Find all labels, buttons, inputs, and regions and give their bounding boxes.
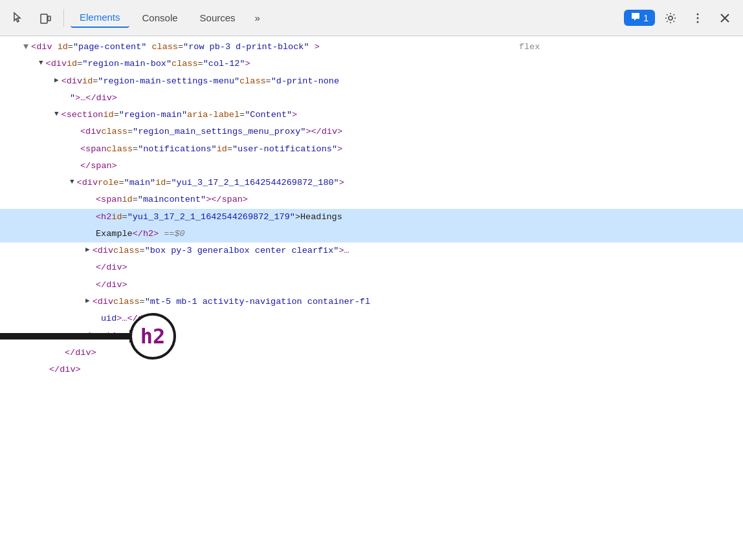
xml-line-div-close-4: </div> — [0, 361, 743, 378]
tab-elements[interactable]: Elements — [71, 8, 129, 28]
triangle-activity-nav[interactable] — [85, 295, 90, 307]
triangle-section[interactable] — [54, 108, 59, 120]
settings-btn[interactable] — [659, 6, 682, 30]
badge-count: 1 — [643, 13, 649, 23]
svg-point-4 — [697, 17, 699, 19]
xml-line-div-main: <div role="main" id="yui_3_17_2_1_164254… — [0, 175, 743, 191]
svg-rect-0 — [41, 14, 47, 23]
tab-console[interactable]: Console — [133, 8, 187, 27]
xml-line-settings-close: ">…</div> — [0, 90, 743, 107]
elements-panel: ▼ <div id="page-content" class="row pb-3… — [0, 36, 743, 560]
xml-line-top: ▼ <div id="page-content" class="row pb-3… — [0, 39, 743, 56]
menu-btn[interactable] — [686, 6, 709, 30]
xml-line-div-close-3: </div> — [0, 345, 743, 361]
toolbar-divider — [63, 9, 64, 27]
devtools-toolbar: Elements Console Sources » 1 — [0, 0, 743, 36]
xml-line-div-close-2: </div> — [0, 277, 743, 294]
close-btn[interactable] — [713, 6, 737, 30]
svg-point-2 — [669, 16, 672, 20]
xml-line-notifications: <span class="notifications" id="user-not… — [0, 141, 743, 158]
tab-sources[interactable]: Sources — [191, 8, 245, 27]
xml-line-div-close-1: </div> — [0, 259, 743, 276]
more-tabs-btn[interactable]: » — [249, 8, 267, 27]
xml-line-section-close: </section> — [0, 328, 743, 345]
svg-rect-1 — [48, 16, 50, 21]
device-toggle-btn[interactable] — [34, 6, 57, 30]
xml-line-section-region-main: <section id="region-main" aria-label="Co… — [0, 107, 743, 124]
triangle-div-main[interactable] — [70, 176, 74, 188]
xml-line-activity-nav: <div class="mt-5 mb-1 activity-navigatio… — [0, 294, 743, 310]
cursor-icon-btn[interactable] — [6, 6, 30, 30]
xml-line-span-close: </span> — [0, 158, 743, 175]
triangle-region-main-box[interactable] — [39, 57, 43, 69]
triangle-box[interactable] — [85, 244, 90, 255]
xml-line-region-settings-menu: <div id="region-main-settings-menu" clas… — [0, 73, 743, 90]
xml-line-maincontent: <span id="maincontent" ></span> — [0, 191, 743, 208]
badge-icon — [630, 12, 641, 24]
xml-line-activity-nav-cont: uid>…</div> — [0, 310, 743, 327]
svg-point-3 — [697, 13, 699, 15]
xml-line-h2-cont: Example</h2> == $0 — [0, 226, 743, 242]
xml-line-proxy: <div class="region_main_settings_menu_pr… — [0, 124, 743, 140]
notification-badge[interactable]: 1 — [624, 10, 655, 26]
triangle-region-settings[interactable] — [54, 74, 59, 86]
xml-line-box-div: <div class="box py-3 generalbox center c… — [0, 242, 743, 259]
svg-point-5 — [697, 21, 699, 23]
xml-line-h2[interactable]: <h2 id="yui_3_17_2_1_1642544269872_179" … — [0, 209, 743, 226]
xml-line-region-main-box: <div id="region-main-box" class="col-12"… — [0, 56, 743, 72]
